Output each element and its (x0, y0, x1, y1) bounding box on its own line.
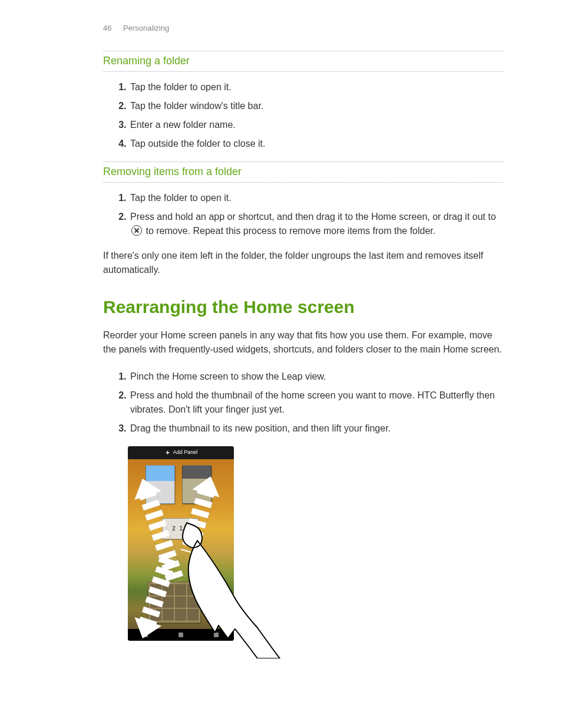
remove-icon (131, 225, 142, 236)
subheading-renaming-folder: Renaming a folder (103, 53, 503, 70)
leap-view-illustration: ＋ Add Panel 2 13 (128, 446, 257, 670)
steps-rearranging: Pinch the Home screen to show the Leap v… (103, 367, 503, 438)
step: Tap outside the folder to close it. (129, 134, 503, 153)
divider (103, 182, 503, 183)
paragraph: If there's only one item left in the fol… (103, 249, 503, 277)
steps-renaming-folder: Tap the folder to open it. Tap the folde… (103, 78, 503, 153)
add-panel-label: Add Panel (173, 449, 198, 457)
divider (103, 71, 503, 72)
subheading-removing-items: Removing items from a folder (103, 164, 503, 181)
plus-icon: ＋ (164, 447, 171, 457)
step: Press and hold the thumbnail of the home… (129, 386, 503, 419)
step-text-pre: Press and hold an app or shortcut, and t… (130, 212, 496, 222)
page-header: 46 Personalizing (103, 22, 503, 34)
step-text-post: to remove. Repeat this process to remove… (146, 226, 435, 236)
divider (103, 162, 503, 162)
steps-removing-items: Tap the folder to open it. Press and hol… (103, 189, 503, 241)
step: Pinch the Home screen to show the Leap v… (129, 367, 503, 386)
page-number: 46 (103, 24, 111, 32)
step: Tap the folder to open it. (129, 78, 503, 97)
phone-screen: 2 13 (128, 459, 234, 629)
chapter-name: Personalizing (123, 24, 169, 32)
step: Press and hold an app or shortcut, and t… (129, 207, 503, 241)
step: Drag the thumbnail to its new position, … (129, 419, 503, 438)
step: Tap the folder to open it. (129, 189, 503, 207)
phone-statusbar: ＋ Add Panel (128, 446, 234, 459)
step: Tap the folder window's title bar. (129, 97, 503, 116)
phone-frame: ＋ Add Panel 2 13 (128, 446, 234, 641)
heading-rearranging-home: Rearranging the Home screen (103, 294, 503, 320)
manual-page: 46 Personalizing Renaming a folder Tap t… (0, 0, 562, 728)
step: Enter a new folder name. (129, 116, 503, 134)
divider (103, 51, 503, 51)
paragraph: Reorder your Home screen panels in any w… (103, 328, 503, 357)
